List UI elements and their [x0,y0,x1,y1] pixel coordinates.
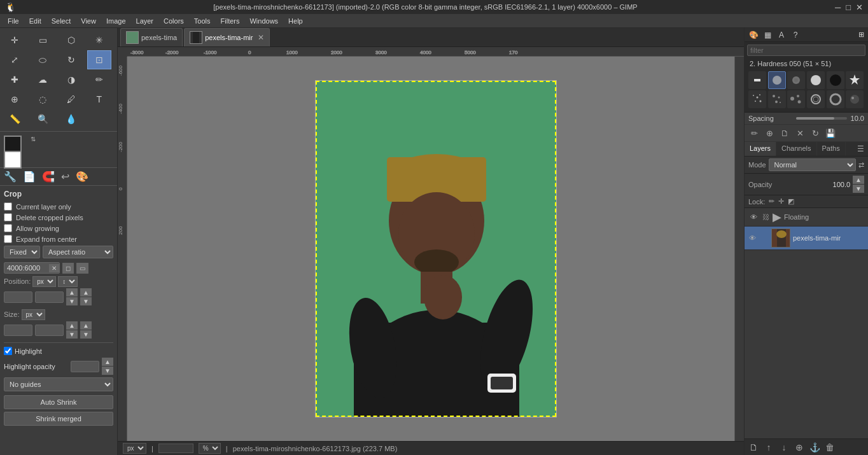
opacity-layer-down[interactable]: ▼ [853,185,864,193]
layer-eye-group[interactable]: 👁 [748,212,759,222]
size-y-up[interactable]: ▲ [80,321,92,330]
tool-paths[interactable]: 🖊 [59,90,83,109]
status-unit-select[interactable]: px [123,443,146,454]
expand-from-center-checkbox[interactable] [4,235,12,243]
lock-alpha-icon[interactable]: ◩ [788,197,794,206]
lock-pixels-icon[interactable]: ✏ [769,197,774,206]
rp-icon-color[interactable]: 🎨 [748,30,759,40]
highlight-checkbox[interactable] [4,347,12,355]
fixed-select[interactable]: Fixed [4,246,40,258]
menu-image[interactable]: Image [101,16,131,26]
rp-icon-help[interactable]: ? [790,30,801,40]
guides-select[interactable]: No guides [4,377,113,391]
size-y-down[interactable]: ▼ [80,330,92,339]
menu-edit[interactable]: Edit [24,16,46,26]
background-color[interactable] [4,151,22,169]
tool-crop[interactable]: ⊡ [87,50,111,69]
layer-duplicate-btn[interactable]: ⊕ [793,441,806,454]
layer-raise-btn[interactable]: ↑ [762,441,775,454]
paths-tab[interactable]: Paths [817,142,846,156]
menu-view[interactable]: View [76,16,101,26]
action-refresh-brush[interactable]: ↻ [808,126,822,140]
canvas-scroll[interactable] [127,57,744,441]
opacity-up[interactable]: ▲ [102,358,113,366]
layer-main-item[interactable]: 👁 pexels-tima-mir [745,227,868,250]
size-y-input[interactable]: 0 [35,325,64,336]
current-layer-only-checkbox[interactable] [4,202,12,211]
dimensions-portrait-btn[interactable]: ◻ [62,263,74,274]
brush-cell-speckle4[interactable] [807,90,825,108]
layers-menu-btn[interactable]: ☰ [853,142,868,156]
menu-select[interactable]: Select [46,16,76,26]
tool-zoom[interactable]: 🔍 [31,109,55,129]
action-save-brush[interactable]: 💾 [823,126,837,140]
layers-tab[interactable]: Layers [745,142,776,156]
mode-select[interactable]: Normal [769,158,856,171]
delete-cropped-pixels-checkbox[interactable] [4,213,12,221]
tool-move[interactable]: ✛ [3,31,27,50]
maximize-button[interactable]: □ [846,3,851,12]
brush-cell-4[interactable] [807,71,825,89]
menu-tools[interactable]: Tools [189,16,216,26]
menu-help[interactable]: Help [283,16,308,26]
opacity-down[interactable]: ▼ [102,367,113,375]
position-y-input[interactable]: 0 [35,291,64,303]
aspect-ratio-select[interactable]: Aspect ratio [43,246,113,258]
layer-group-item[interactable]: 👁 ⛓ ▶ Floating [745,208,868,227]
brush-cell-speckle1[interactable] [748,90,766,108]
tool-blur[interactable]: ◌ [31,90,55,109]
brush-cell-star[interactable] [846,71,864,89]
tool-scale[interactable]: ⤢ [3,50,27,69]
options-tab-snap[interactable]: 🧲 [41,169,56,184]
size-x-up[interactable]: ▲ [66,321,78,330]
swap-colors[interactable]: ⇅ [31,136,36,143]
tool-dodge-burn[interactable]: ◑ [59,70,83,89]
tool-free-select[interactable]: ⬡ [59,31,83,50]
layer-eye-main[interactable]: 👁 [747,233,757,243]
action-duplicate-brush[interactable]: ⊕ [762,126,776,140]
action-edit-brush[interactable]: ✏ [747,126,761,140]
brush-cell-circle2[interactable] [846,90,864,108]
options-tab-palette[interactable]: 🎨 [74,169,90,184]
tool-rotate[interactable]: ↻ [59,50,83,69]
position-unit-select[interactable]: px [32,276,56,287]
rp-expand-icon[interactable]: ⊞ [858,31,864,39]
position-chain-select[interactable]: ↕ [58,276,78,287]
image-tab-0[interactable]: pexels-tima [120,28,183,46]
action-delete-brush[interactable]: ✕ [793,126,807,140]
brush-cell-2[interactable] [768,71,786,89]
menu-file[interactable]: File [3,16,24,26]
brush-cell-circle1[interactable] [827,90,844,108]
rp-icon-pattern[interactable]: ▦ [762,30,773,40]
brush-cell-speckle2[interactable] [768,90,786,108]
tool-pencil[interactable]: ✏ [87,70,111,89]
brush-cell-3[interactable] [787,71,805,89]
minimize-button[interactable]: ─ [835,3,841,12]
pos-y-down[interactable]: ▼ [80,297,92,305]
shrink-merged-button[interactable]: Shrink merged [4,412,113,426]
rp-icon-font[interactable]: A [776,30,787,40]
size-x-input[interactable]: 0 [4,325,32,336]
brush-cell-5[interactable] [827,71,844,89]
options-tab-document[interactable]: 📄 [22,169,37,184]
tool-measure[interactable]: 📏 [3,109,27,129]
pos-x-up[interactable]: ▲ [66,288,78,297]
brush-cell-speckle3[interactable] [787,90,805,108]
pos-x-down[interactable]: ▼ [66,297,78,305]
menu-colors[interactable]: Colors [158,16,189,26]
dimensions-input[interactable]: 4000:6000 [4,263,49,273]
layer-anchor-btn[interactable]: ⚓ [808,441,821,454]
allow-growing-checkbox[interactable] [4,224,12,232]
status-zoom-unit-select[interactable]: % [199,443,221,454]
tool-smudge[interactable]: ☁ [31,70,55,89]
pos-y-up[interactable]: ▲ [80,288,92,297]
mode-auto-btn[interactable]: ⇄ [858,161,864,169]
dimensions-landscape-btn[interactable]: ▭ [76,263,88,274]
brush-cell-1[interactable] [748,71,766,89]
layer-new-btn[interactable]: 🗋 [747,441,760,454]
size-x-down[interactable]: ▼ [66,330,78,339]
opacity-layer-up[interactable]: ▲ [853,176,864,184]
tool-heal[interactable]: ✚ [3,70,27,89]
position-x-input[interactable]: 0 [4,291,32,303]
tool-rect-select[interactable]: ▭ [31,31,55,50]
